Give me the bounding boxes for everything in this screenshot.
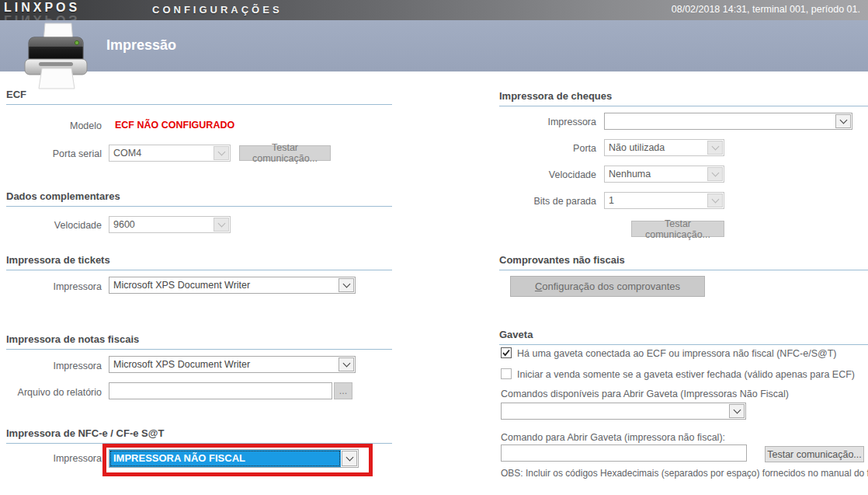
velocidade-select[interactable]: 9600 (109, 216, 231, 233)
impressora-cheques-value (605, 113, 835, 129)
chevron-down-icon (707, 193, 723, 207)
section-heading-gaveta: Gaveta (499, 329, 868, 345)
status-text: 08/02/2018 14:31, terminal 001, período … (672, 4, 860, 15)
printer-icon (22, 22, 90, 96)
chevron-down-icon (339, 278, 354, 292)
gaveta-conectada-checkbox[interactable] (501, 347, 512, 358)
impressora-cheques-label: Impressora (499, 117, 596, 127)
velocidade-cheques-value: Nenhuma (605, 166, 707, 182)
chevron-down-icon (729, 404, 745, 418)
porta-cheques-label: Porta (499, 143, 596, 154)
app-title: CONFIGURAÇÕES (152, 4, 283, 16)
comando-abrir-gaveta-label: Comando para Abrir Gaveta (impressora nã… (501, 432, 725, 443)
configuracao-comprovantes-button[interactable]: Configuração dos comprovantes (510, 276, 705, 297)
impressora-cheques-select[interactable] (604, 113, 852, 130)
page-header: Impressão (0, 20, 868, 71)
chevron-down-icon (835, 114, 851, 128)
impressora-tickets-value: Microsoft XPS Document Writer (109, 277, 338, 293)
section-heading-ecf: ECF (6, 89, 392, 105)
porta-serial-value: COM4 (109, 145, 213, 161)
comandos-disponiveis-value (502, 403, 728, 419)
modelo-value: ECF NÃO CONFIGURADO (115, 120, 234, 131)
velocidade-cheques-select[interactable]: Nenhuma (604, 166, 724, 183)
comandos-disponiveis-select[interactable] (501, 403, 746, 420)
linxpos-logo-reflection: LINXPOS (4, 12, 80, 20)
testar-comunicacao-cheques-button[interactable]: Testar comunicação... (631, 221, 724, 237)
porta-serial-label: Porta serial (6, 148, 102, 159)
testar-comunicacao-ecf-button[interactable]: Testar comunicação... (239, 145, 331, 161)
impressora-tickets-label: Impressora (6, 281, 102, 292)
velocidade-label: Velocidade (6, 220, 102, 231)
modelo-label: Modelo (6, 120, 102, 131)
arquivo-relatorio-label: Arquivo do relatório (6, 387, 102, 398)
section-heading-impressora-nfce: Impressora de NFC-e / CF-e S@T (6, 427, 392, 444)
impressora-nfce-label: Impressora (6, 453, 102, 464)
obs-text: OBS: Incluir os códigos Hexadecimais (se… (501, 468, 868, 479)
comandos-disponiveis-label: Comandos disponíveis para Abrir Gaveta (… (501, 389, 789, 399)
section-heading-impressora-cheques: Impressora de cheques (499, 90, 868, 106)
check-icon (502, 348, 511, 357)
chevron-down-icon (214, 218, 229, 232)
bits-parada-label: Bits de parada (499, 196, 596, 207)
titlebar: LINXPOS LINXPOS CONFIGURAÇÕES 08/02/2018… (0, 0, 868, 20)
browse-file-button[interactable]: ... (334, 382, 352, 399)
impressora-nfce-select[interactable]: IMPRESSORA NÃO FISCAL (109, 449, 359, 468)
impressora-nfce-value: IMPRESSORA NÃO FISCAL (109, 450, 341, 467)
chevron-down-icon (214, 146, 229, 160)
porta-cheques-value: Não utilizada (605, 140, 707, 155)
porta-cheques-select[interactable]: Não utilizada (604, 139, 724, 156)
chevron-down-icon (707, 167, 723, 181)
impressao-settings-window: LINXPOS LINXPOS CONFIGURAÇÕES 08/02/2018… (0, 0, 868, 495)
bits-parada-value: 1 (605, 193, 707, 208)
arquivo-relatorio-input[interactable] (109, 382, 332, 399)
section-heading-comprovantes: Comprovantes não fiscais (499, 254, 868, 270)
bits-parada-select[interactable]: 1 (604, 192, 724, 209)
chevron-down-icon (339, 357, 354, 371)
comando-abrir-gaveta-input[interactable] (501, 444, 747, 462)
section-heading-impressora-notas: Impressora de notas fiscais (6, 333, 392, 350)
chevron-down-icon (707, 141, 723, 155)
chevron-down-icon (342, 451, 357, 466)
iniciar-venda-checkbox[interactable] (501, 368, 512, 379)
testar-comunicacao-gaveta-button[interactable]: Testar comunicação... (765, 446, 864, 462)
section-heading-dados-complementares: Dados complementares (6, 190, 392, 207)
gaveta-conectada-label: Há uma gaveta conectada ao ECF ou impres… (517, 348, 836, 359)
impressora-notas-select[interactable]: Microsoft XPS Document Writer (109, 356, 356, 373)
velocidade-cheques-label: Velocidade (499, 169, 596, 180)
porta-serial-select[interactable]: COM4 (109, 145, 231, 162)
page-title: Impressão (106, 37, 176, 54)
impressora-tickets-select[interactable]: Microsoft XPS Document Writer (109, 277, 356, 294)
impressora-notas-label: Impressora (6, 361, 102, 371)
impressora-notas-value: Microsoft XPS Document Writer (109, 357, 338, 372)
configuracao-comprovantes-label: Configuração dos comprovantes (535, 281, 680, 292)
iniciar-venda-label: Iniciar a venda somente se a gaveta esti… (517, 369, 855, 380)
velocidade-value: 9600 (109, 217, 213, 232)
section-heading-impressora-tickets: Impressora de tickets (6, 254, 392, 270)
